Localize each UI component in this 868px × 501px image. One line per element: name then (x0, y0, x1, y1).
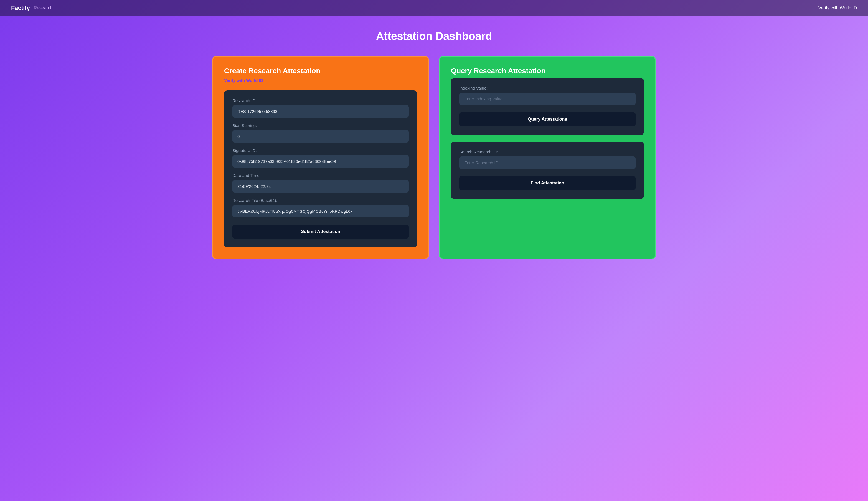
create-form-panel: Research ID: Bias Scoring: Signature ID:… (224, 90, 417, 247)
brand-subtitle: Research (34, 6, 52, 11)
datetime-label: Date and Time: (232, 173, 409, 178)
indexing-input[interactable] (459, 93, 636, 105)
file-label: Research File (Base64): (232, 198, 409, 203)
search-section: Search Research ID: Find Attestation (451, 142, 644, 199)
main-content: Attestation Dashboard Create Research At… (0, 16, 868, 276)
bias-field-group: Bias Scoring: (232, 123, 409, 142)
app-header: Factify Research Verify with World ID (0, 0, 868, 16)
file-field-group: Research File (Base64): (232, 198, 409, 217)
query-attestation-card: Query Research Attestation Indexing Valu… (439, 56, 656, 259)
research-id-field-group: Research ID: (232, 98, 409, 118)
search-id-label: Search Research ID: (459, 150, 636, 154)
search-id-input[interactable] (459, 157, 636, 169)
find-attestation-button[interactable]: Find Attestation (459, 176, 636, 190)
bias-input[interactable] (232, 130, 409, 142)
page-title: Attestation Dashboard (22, 30, 846, 42)
signature-input[interactable] (232, 155, 409, 168)
indexing-section: Indexing Value: Query Attestations (451, 78, 644, 135)
brand-logo: Factify (11, 4, 30, 12)
datetime-field-group: Date and Time: (232, 173, 409, 193)
datetime-input[interactable] (232, 180, 409, 193)
query-card-title: Query Research Attestation (451, 66, 644, 75)
submit-attestation-button[interactable]: Submit Attestation (232, 225, 409, 238)
research-id-label: Research ID: (232, 98, 409, 103)
header-verify-world-id[interactable]: Verify with World ID (818, 6, 857, 11)
bias-label: Bias Scoring: (232, 123, 409, 128)
create-attestation-card: Create Research Attestation Verify with … (212, 56, 429, 259)
signature-label: Signature ID: (232, 148, 409, 153)
indexing-field-group: Indexing Value: (459, 86, 636, 105)
indexing-label: Indexing Value: (459, 86, 636, 90)
file-input[interactable] (232, 205, 409, 217)
create-verify-world-id-link[interactable]: Verify with World ID (224, 78, 263, 83)
query-attestations-button[interactable]: Query Attestations (459, 113, 636, 126)
dashboard-grid: Create Research Attestation Verify with … (212, 56, 656, 259)
search-id-field-group: Search Research ID: (459, 150, 636, 169)
signature-field-group: Signature ID: (232, 148, 409, 168)
create-card-title: Create Research Attestation (224, 66, 417, 75)
header-left: Factify Research (11, 4, 53, 12)
research-id-input[interactable] (232, 105, 409, 118)
